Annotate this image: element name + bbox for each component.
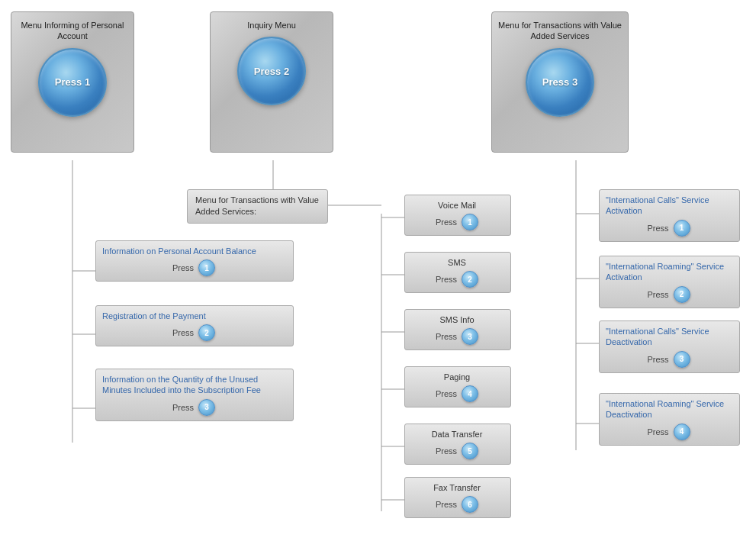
menu1-item1-title: Information on Personal Account Balance: [102, 246, 285, 256]
menu2-item3-num[interactable]: 3: [462, 328, 478, 345]
menu2-item6-num[interactable]: 6: [462, 496, 478, 513]
menu2-button[interactable]: Press 2: [237, 37, 306, 105]
menu3-item2-title: "International Roaming" Service Activati…: [606, 261, 732, 283]
menu3-item4: "International Roaming" Service Deactiva…: [599, 393, 740, 446]
menu2-item3-press: Press: [436, 332, 457, 341]
menu2-item2-title: SMS: [411, 257, 503, 268]
submenu-label-text: Menu for Transactions with Value Added S…: [195, 195, 319, 216]
menu1-item2-title: Registration of the Payment: [102, 311, 285, 321]
menu2-item4-num[interactable]: 4: [462, 385, 478, 402]
menu2-item5: Data Transfer Press 5: [404, 424, 511, 465]
menu2-item3-title: SMS Info: [411, 314, 503, 325]
menu1-item3-press: Press: [172, 403, 194, 412]
menu1-item3: Information on the Quantity of the Unuse…: [95, 369, 294, 421]
menu1-item2-num[interactable]: 2: [198, 324, 215, 341]
menu3-item4-num[interactable]: 4: [674, 424, 690, 440]
menu1-item3-title: Information on the Quantity of the Unuse…: [102, 374, 285, 396]
menu3-item3-press: Press: [647, 355, 668, 364]
menu2-item6-title: Fax Transfer: [411, 482, 503, 493]
menu3-item1: "International Calls" Service Activation…: [599, 189, 740, 242]
menu3-item4-title: "International Roaming" Service Deactiva…: [606, 398, 732, 420]
menu3-item1-num[interactable]: 1: [674, 220, 690, 237]
menu3-item2-num[interactable]: 2: [674, 286, 690, 303]
menu2-item4-title: Paging: [411, 372, 503, 382]
menu1-item2: Registration of the Payment Press 2: [95, 305, 294, 346]
menu1-item2-press: Press: [172, 328, 194, 337]
menu2-item6: Fax Transfer Press 6: [404, 477, 511, 518]
menu2-item1: Voice Mail Press 1: [404, 195, 511, 236]
menu2-box: Inquiry Menu Press 2: [210, 11, 333, 153]
submenu-label-box: Menu for Transactions with Value Added S…: [187, 189, 328, 224]
menu2-item1-title: Voice Mail: [411, 200, 503, 211]
menu3-item2-press: Press: [647, 290, 668, 299]
menu3-item2: "International Roaming" Service Activati…: [599, 256, 740, 308]
menu3-title: Menu for Transactions with Value Added S…: [498, 20, 622, 42]
menu1-button[interactable]: Press 1: [38, 48, 107, 117]
diagram-container: Menu Informing of Personal Account Press…: [0, 0, 756, 554]
menu1-item3-num[interactable]: 3: [198, 399, 215, 416]
menu2-item1-press: Press: [436, 217, 457, 227]
menu1-item1: Information on Personal Account Balance …: [95, 240, 294, 282]
menu1-box: Menu Informing of Personal Account Press…: [11, 11, 134, 153]
menu3-item3-title: "International Calls" Service Deactivati…: [606, 326, 732, 348]
menu2-item2-press: Press: [436, 275, 457, 284]
menu3-item1-press: Press: [647, 224, 668, 233]
menu2-item5-press: Press: [436, 446, 457, 456]
menu1-title: Menu Informing of Personal Account: [18, 20, 127, 42]
menu3-box: Menu for Transactions with Value Added S…: [491, 11, 629, 153]
menu2-item2: SMS Press 2: [404, 252, 511, 293]
menu2-item6-press: Press: [436, 500, 457, 509]
menu2-item4-press: Press: [436, 389, 457, 398]
menu3-item4-press: Press: [647, 427, 668, 436]
menu2-title: Inquiry Menu: [247, 20, 296, 31]
menu2-item3: SMS Info Press 3: [404, 309, 511, 350]
menu3-item1-title: "International Calls" Service Activation: [606, 195, 732, 217]
menu2-item2-num[interactable]: 2: [462, 271, 478, 288]
menu2-item5-title: Data Transfer: [411, 429, 503, 440]
menu3-item3-num[interactable]: 3: [674, 351, 690, 368]
menu2-item4: Paging Press 4: [404, 366, 511, 407]
menu1-item1-num[interactable]: 1: [198, 259, 215, 276]
menu3-item3: "International Calls" Service Deactivati…: [599, 320, 740, 373]
menu2-item5-num[interactable]: 5: [462, 443, 478, 459]
menu3-button[interactable]: Press 3: [526, 48, 594, 117]
menu1-item1-press: Press: [172, 263, 194, 272]
menu2-item1-num[interactable]: 1: [462, 214, 478, 230]
